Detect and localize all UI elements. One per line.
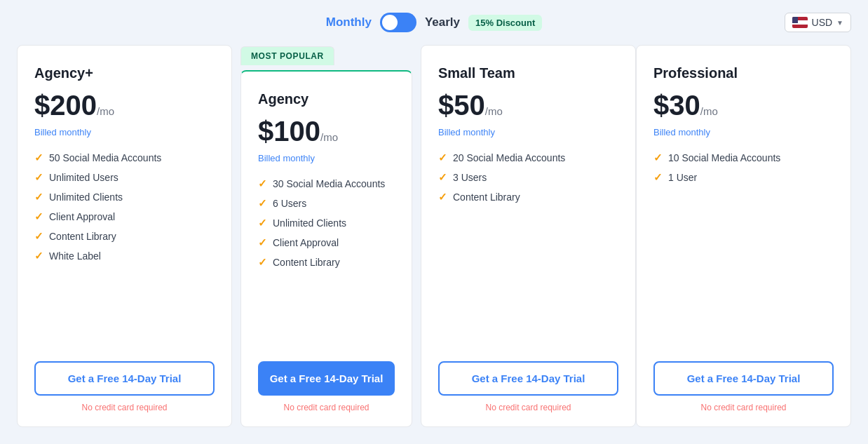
feature-item: ✓1 User [653, 171, 834, 184]
feature-item: ✓20 Social Media Accounts [438, 152, 618, 164]
feature-item: ✓3 Users [438, 171, 618, 184]
price-period-small-team: /mo [485, 105, 503, 117]
feature-text: White Label [49, 250, 101, 262]
feature-text: 30 Social Media Accounts [273, 178, 385, 189]
feature-item: ✓Client Approval [34, 210, 215, 223]
check-icon: ✓ [258, 256, 267, 269]
feature-item: ✓Client Approval [258, 236, 395, 249]
billed-note-professional: Billed monthly [653, 127, 834, 137]
check-icon: ✓ [653, 152, 663, 164]
plan-card-agency: MOST POPULAR Agency $100/mo Billed month… [240, 70, 412, 427]
no-credit-agency-plus: No credit card required [34, 403, 215, 412]
plan-name-agency-plus: Agency+ [34, 65, 215, 81]
plan-name-professional: Professional [653, 65, 834, 81]
check-icon: ✓ [34, 152, 43, 164]
price-period-agency-plus: /mo [97, 105, 114, 117]
check-icon: ✓ [258, 217, 267, 229]
trial-button-small-team[interactable]: Get a Free 14-Day Trial [438, 361, 618, 396]
check-icon: ✓ [258, 236, 267, 249]
check-icon: ✓ [258, 197, 267, 210]
most-popular-label: MOST POPULAR [240, 46, 334, 65]
feature-text: 3 Users [453, 172, 487, 183]
feature-text: Content Library [453, 191, 520, 203]
feature-text: 1 User [668, 172, 697, 183]
plans-container: Agency+ $200/mo Billed monthly ✓50 Socia… [0, 45, 868, 444]
feature-item: ✓Unlimited Clients [258, 217, 395, 229]
toggle-thumb [382, 15, 398, 30]
no-credit-professional: No credit card required [653, 403, 834, 412]
currency-label: USD [812, 17, 833, 28]
billed-note-agency: Billed monthly [258, 153, 395, 163]
check-icon: ✓ [438, 191, 447, 203]
price-period-professional: /mo [700, 105, 718, 117]
feature-text: Client Approval [273, 237, 339, 248]
billed-note-small-team: Billed monthly [438, 127, 618, 137]
features-list-agency-plus: ✓50 Social Media Accounts✓Unlimited User… [34, 152, 215, 344]
billing-toggle-switch[interactable] [380, 13, 416, 32]
price-dollar-agency: $100 [258, 116, 320, 147]
price-dollar-agency-plus: $200 [34, 90, 97, 121]
feature-item: ✓6 Users [258, 197, 395, 210]
trial-button-professional[interactable]: Get a Free 14-Day Trial [653, 361, 834, 396]
no-credit-small-team: No credit card required [438, 403, 618, 412]
feature-text: 6 Users [273, 198, 306, 209]
plan-card-agency-plus: Agency+ $200/mo Billed monthly ✓50 Socia… [17, 45, 232, 427]
plan-card-small-team: Small Team $50/mo Billed monthly ✓20 Soc… [421, 45, 636, 427]
top-bar: Monthly Yearly 15% Discount USD ▼ [0, 0, 868, 45]
feature-item: ✓Unlimited Users [34, 171, 215, 184]
currency-selector[interactable]: USD ▼ [785, 13, 851, 32]
trial-button-agency-plus[interactable]: Get a Free 14-Day Trial [34, 361, 215, 396]
chevron-down-icon: ▼ [836, 19, 843, 27]
check-icon: ✓ [258, 177, 267, 190]
check-icon: ✓ [34, 210, 43, 223]
price-dollar-small-team: $50 [438, 90, 485, 121]
feature-text: 20 Social Media Accounts [453, 152, 565, 163]
features-list-professional: ✓10 Social Media Accounts✓1 User [653, 152, 834, 344]
feature-item: ✓Content Library [34, 230, 215, 243]
price-period-agency: /mo [320, 131, 338, 143]
check-icon: ✓ [34, 250, 43, 262]
feature-text: Content Library [49, 231, 116, 242]
feature-item: ✓Content Library [258, 256, 395, 269]
check-icon: ✓ [34, 230, 43, 243]
billing-toggle: Monthly Yearly 15% Discount [326, 13, 543, 32]
feature-text: Unlimited Clients [49, 191, 123, 203]
plan-price-agency-plus: $200/mo [34, 90, 215, 121]
billed-note-agency-plus: Billed monthly [34, 127, 215, 137]
feature-text: 50 Social Media Accounts [49, 152, 161, 163]
plan-name-small-team: Small Team [438, 65, 618, 81]
feature-item: ✓Content Library [438, 191, 618, 203]
trial-button-agency[interactable]: Get a Free 14-Day Trial [258, 361, 395, 396]
feature-text: Content Library [273, 257, 340, 268]
price-dollar-professional: $30 [653, 90, 700, 121]
feature-item: ✓10 Social Media Accounts [653, 152, 834, 164]
us-flag-icon [792, 17, 808, 28]
feature-text: Unlimited Users [49, 172, 118, 183]
features-list-small-team: ✓20 Social Media Accounts✓3 Users✓Conten… [438, 152, 618, 344]
feature-item: ✓Unlimited Clients [34, 191, 215, 203]
feature-item: ✓White Label [34, 250, 215, 262]
feature-text: Client Approval [49, 211, 115, 222]
discount-badge: 15% Discount [468, 15, 542, 31]
feature-text: Unlimited Clients [273, 217, 346, 229]
feature-item: ✓30 Social Media Accounts [258, 177, 395, 190]
plan-price-small-team: $50/mo [438, 90, 618, 121]
yearly-label: Yearly [425, 15, 460, 29]
check-icon: ✓ [34, 171, 43, 184]
feature-text: 10 Social Media Accounts [668, 152, 780, 163]
check-icon: ✓ [34, 191, 43, 203]
check-icon: ✓ [438, 171, 447, 184]
feature-item: ✓50 Social Media Accounts [34, 152, 215, 164]
plan-price-professional: $30/mo [653, 90, 834, 121]
check-icon: ✓ [653, 171, 663, 184]
plan-card-professional: Professional $30/mo Billed monthly ✓10 S… [636, 45, 851, 427]
check-icon: ✓ [438, 152, 447, 164]
no-credit-agency: No credit card required [258, 403, 395, 412]
plan-price-agency: $100/mo [258, 116, 395, 147]
monthly-label: Monthly [326, 15, 372, 29]
features-list-agency: ✓30 Social Media Accounts✓6 Users✓Unlimi… [258, 177, 395, 344]
plan-name-agency: Agency [258, 91, 395, 107]
